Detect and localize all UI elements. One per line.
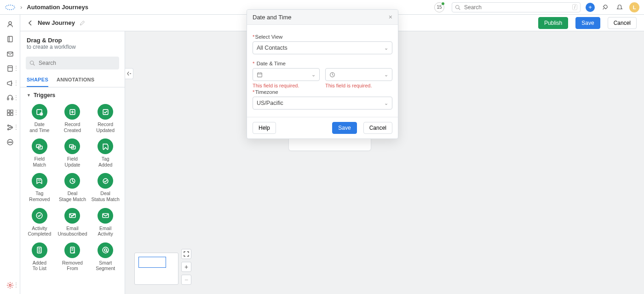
time-picker[interactable]: ⌄ bbox=[325, 68, 392, 81]
shape-icon bbox=[64, 208, 80, 224]
shape-icon bbox=[98, 242, 113, 258]
chevron-down-icon: ⌄ bbox=[384, 100, 388, 106]
zoom-in-button[interactable]: + bbox=[181, 262, 191, 272]
shape-email-unsubscribed[interactable]: EmailUnsubscribed bbox=[57, 206, 88, 238]
nav-contacts-icon[interactable] bbox=[6, 20, 14, 29]
shapes-subtitle: to create a workflow bbox=[27, 44, 118, 50]
shape-tag-added[interactable]: TagAdded bbox=[90, 137, 121, 168]
nav-settings-icon[interactable]: ⋮ bbox=[6, 281, 14, 289]
svg-rect-10 bbox=[12, 98, 13, 100]
clock-icon bbox=[329, 72, 335, 78]
modal-help-button[interactable]: Help bbox=[253, 122, 276, 134]
nav-journeys-icon[interactable]: ⋮ bbox=[6, 123, 14, 132]
shape-icon bbox=[98, 173, 113, 189]
nav-apps-icon[interactable]: ⋮ bbox=[6, 109, 14, 117]
rocket-icon[interactable] bbox=[600, 2, 610, 12]
timezone-label: *Timezone bbox=[253, 89, 392, 95]
notification-count-badge[interactable]: 15 bbox=[434, 2, 444, 12]
shape-smart-segment[interactable]: SmartSegment bbox=[90, 241, 121, 272]
modal-close-icon[interactable]: × bbox=[389, 13, 392, 21]
shape-added-to-list[interactable]: AddedTo List bbox=[24, 241, 55, 272]
zoom-fit-button[interactable] bbox=[181, 249, 191, 259]
svg-rect-41 bbox=[103, 213, 109, 218]
shapes-title: Drag & Drop bbox=[27, 37, 118, 44]
shape-date-and-time[interactable]: Dateand Time bbox=[24, 102, 55, 134]
shape-deal-stage-match[interactable]: DealStage Match bbox=[57, 171, 88, 203]
nav-campaign-icon[interactable]: ⋮ bbox=[6, 79, 14, 87]
shape-email-activity[interactable]: EmailActivity bbox=[90, 206, 121, 238]
chevron-down-icon: ⌄ bbox=[384, 72, 388, 78]
collapse-panel-button[interactable] bbox=[125, 68, 133, 79]
time-error: This field is required. bbox=[325, 83, 392, 88]
shape-field-update[interactable]: FieldUpdate bbox=[57, 137, 88, 168]
shape-activity-completed[interactable]: ActivityCompleted bbox=[24, 206, 55, 238]
global-search[interactable]: / bbox=[452, 2, 581, 12]
svg-rect-14 bbox=[11, 113, 13, 115]
svg-point-23 bbox=[30, 61, 34, 65]
shape-label: RemovedFrom bbox=[62, 260, 83, 271]
nav-book-icon[interactable] bbox=[6, 35, 14, 43]
shape-record-created[interactable]: RecordCreated bbox=[57, 102, 88, 134]
shape-tag-removed[interactable]: TagRemoved bbox=[24, 171, 55, 203]
svg-rect-12 bbox=[11, 110, 13, 112]
shape-icon bbox=[98, 104, 113, 120]
svg-point-20 bbox=[10, 142, 11, 143]
shape-icon bbox=[32, 208, 47, 224]
publish-button[interactable]: Publish bbox=[538, 17, 568, 29]
shape-icon bbox=[98, 138, 113, 154]
shape-icon bbox=[64, 104, 80, 120]
shape-label: RecordCreated bbox=[64, 121, 81, 133]
shape-removed-from[interactable]: RemovedFrom bbox=[57, 241, 88, 272]
date-picker[interactable]: ⌄ bbox=[253, 68, 320, 81]
shape-label: DealStage Match bbox=[59, 190, 86, 202]
shape-record-updated[interactable]: RecordUpdated bbox=[90, 102, 121, 134]
date-time-modal: Date and Time × *Select View All Contact… bbox=[247, 9, 398, 139]
zoom-out-button[interactable]: − bbox=[181, 275, 191, 285]
back-button[interactable] bbox=[28, 20, 33, 26]
svg-rect-9 bbox=[7, 98, 9, 100]
app-logo[interactable] bbox=[5, 4, 16, 11]
shape-icon bbox=[64, 173, 80, 189]
shape-label: TagAdded bbox=[98, 156, 112, 167]
save-button[interactable]: Save bbox=[575, 17, 600, 29]
shape-icon bbox=[32, 242, 47, 258]
shape-field-match[interactable]: FieldMatch bbox=[24, 137, 55, 168]
user-avatar[interactable]: L bbox=[629, 2, 639, 12]
global-search-input[interactable] bbox=[463, 4, 569, 11]
tab-shapes[interactable]: SHAPES bbox=[27, 73, 48, 87]
shape-label: SmartSegment bbox=[96, 260, 115, 271]
edit-name-icon[interactable] bbox=[80, 20, 85, 26]
nav-more-icon[interactable] bbox=[6, 138, 14, 146]
modal-cancel-button[interactable]: Cancel bbox=[363, 122, 392, 134]
search-icon bbox=[29, 60, 35, 66]
select-view-dropdown[interactable]: All Contacts ⌄ bbox=[253, 41, 392, 54]
nav-notebook-icon[interactable]: ⋮ bbox=[6, 64, 14, 73]
section-triggers-header[interactable]: ▼ Triggers bbox=[20, 87, 125, 100]
date-error: This field is required. bbox=[253, 83, 320, 88]
shape-label: AddedTo List bbox=[33, 260, 46, 271]
cancel-button[interactable]: Cancel bbox=[608, 17, 637, 29]
shape-label: FieldUpdate bbox=[65, 156, 80, 167]
shape-label: FieldMatch bbox=[33, 156, 46, 167]
search-icon bbox=[455, 5, 460, 10]
shape-label: DealStatus Match bbox=[92, 190, 120, 202]
shape-deal-status-match[interactable]: DealStatus Match bbox=[90, 171, 121, 203]
nav-support-icon[interactable]: ⋮ bbox=[6, 94, 14, 102]
bell-icon[interactable] bbox=[615, 2, 625, 12]
select-view-value: All Contacts bbox=[257, 45, 288, 51]
modal-title: Date and Time bbox=[253, 14, 292, 21]
svg-rect-13 bbox=[7, 113, 10, 115]
minimap[interactable] bbox=[134, 253, 178, 285]
shape-icon bbox=[32, 104, 47, 120]
nav-mail-icon[interactable] bbox=[6, 50, 14, 58]
timezone-dropdown[interactable]: US/Pacific ⌄ bbox=[253, 97, 392, 110]
svg-line-24 bbox=[33, 64, 34, 65]
shape-icon bbox=[32, 138, 47, 154]
shapes-search-input[interactable] bbox=[38, 59, 115, 67]
shape-icon bbox=[32, 173, 47, 189]
add-button[interactable]: + bbox=[585, 2, 595, 12]
modal-save-button[interactable]: Save bbox=[332, 122, 356, 134]
svg-rect-51 bbox=[258, 73, 262, 77]
shapes-search[interactable] bbox=[26, 57, 119, 69]
tab-annotations[interactable]: ANNOTATIONS bbox=[57, 73, 94, 87]
